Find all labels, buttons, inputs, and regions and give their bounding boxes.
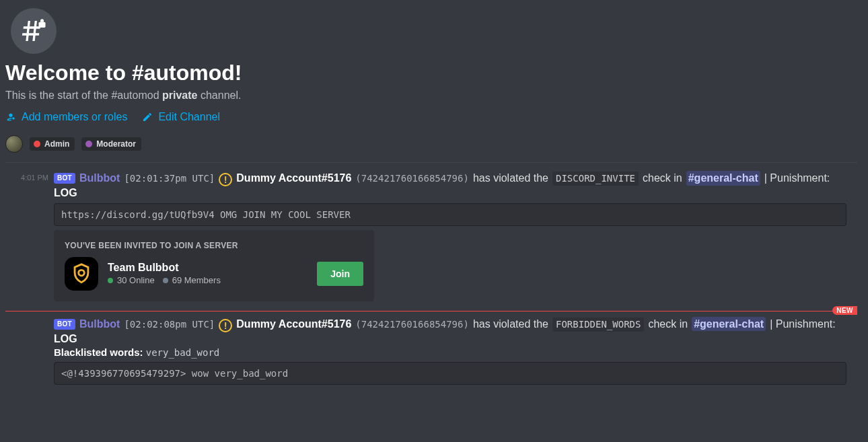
violator-name: Dummy Account#5176 <box>236 171 351 186</box>
bot-tag: BOT <box>54 173 75 184</box>
member-count: 69 Members <box>172 275 221 285</box>
divider <box>5 162 857 163</box>
text-violated: has violated the <box>473 171 548 186</box>
invite-row: Team Bulbbot 30 Online 69 Members Join <box>65 257 363 291</box>
role-label: Admin <box>44 139 69 149</box>
text-punishment: | Punishment: <box>764 171 830 186</box>
roles-row: Admin Moderator <box>5 135 857 153</box>
message-header: BOT Bulbbot [02:01:37pm UTC] ! Dummy Acc… <box>54 171 857 186</box>
edit-channel-button[interactable]: Edit Channel <box>142 111 220 123</box>
edit-channel-label: Edit Channel <box>158 111 220 123</box>
svg-rect-0 <box>39 22 46 28</box>
utc-time: [02:02:08pm UTC] <box>124 318 215 331</box>
message: BOT Bulbbot [02:02:08pm UTC] ! Dummy Acc… <box>5 316 857 393</box>
channel-chat: Welcome to #automod! This is the start o… <box>0 0 868 393</box>
server-status: 30 Online 69 Members <box>108 275 308 285</box>
bot-name[interactable]: Bulbbot <box>79 317 120 332</box>
add-members-button[interactable]: Add members or roles <box>5 111 127 123</box>
new-messages-divider: NEW <box>5 311 857 311</box>
violator-id: (742421760166854796) <box>355 318 469 331</box>
new-pill: NEW <box>832 306 857 315</box>
bot-tag: BOT <box>54 319 75 330</box>
check-name: FORBIDDEN_WORDS <box>552 318 644 332</box>
message-timestamp <box>5 317 54 389</box>
role-chip-moderator[interactable]: Moderator <box>81 137 141 151</box>
message-body: BOT Bulbbot [02:01:37pm UTC] ! Dummy Acc… <box>54 171 857 304</box>
welcome-description: This is the start of the #automod privat… <box>5 89 857 102</box>
role-chip-admin[interactable]: Admin <box>30 137 75 151</box>
warning-icon: ! <box>219 319 232 332</box>
pencil-icon <box>142 112 153 122</box>
role-dot <box>85 141 92 147</box>
utc-time: [02:01:37pm UTC] <box>124 172 215 185</box>
invite-embed: YOU'VE BEEN INVITED TO JOIN A SERVER Tea… <box>54 230 374 301</box>
hash-lock-icon <box>20 17 47 44</box>
blacklist-label: Blacklisted words: <box>54 346 143 358</box>
text-punishment: | Punishment: <box>770 317 836 332</box>
text-violated: has violated the <box>473 317 548 332</box>
log-label: LOG <box>54 333 857 345</box>
join-button[interactable]: Join <box>317 262 363 286</box>
invite-header: YOU'VE BEEN INVITED TO JOIN A SERVER <box>65 241 363 250</box>
role-dot <box>34 141 40 147</box>
svg-point-1 <box>79 270 85 276</box>
invite-info: Team Bulbbot 30 Online 69 Members <box>108 262 308 285</box>
message-header: BOT Bulbbot [02:02:08pm UTC] ! Dummy Acc… <box>54 317 857 332</box>
channel-actions: Add members or roles Edit Channel <box>5 111 857 123</box>
welcome-desc-prefix: This is the start of the #automod <box>5 89 162 101</box>
server-name: Team Bulbbot <box>108 262 308 274</box>
text-check-in: check in <box>643 171 682 186</box>
blacklist-line: Blacklisted words: very_bad_word <box>54 346 857 358</box>
role-label: Moderator <box>96 139 136 149</box>
welcome-desc-suffix: channel. <box>197 89 241 101</box>
server-icon <box>65 257 98 291</box>
channel-mention[interactable]: #general-chat <box>686 171 760 186</box>
add-members-label: Add members or roles <box>22 111 127 123</box>
channel-icon <box>11 8 57 54</box>
violator-id: (742421760166854796) <box>355 172 469 185</box>
message: 4:01 PM BOT Bulbbot [02:01:37pm UTC] ! D… <box>5 170 857 308</box>
online-dot-icon <box>108 278 113 283</box>
blacklist-words: very_bad_word <box>146 347 220 358</box>
message-timestamp: 4:01 PM <box>5 171 54 304</box>
bot-name[interactable]: Bulbbot <box>79 171 120 186</box>
welcome-desc-bold: private <box>162 89 197 101</box>
code-block: https://discord.gg/tUQfb9V4 OMG JOIN MY … <box>54 203 846 226</box>
log-label: LOG <box>54 187 857 199</box>
text-check-in: check in <box>648 317 688 332</box>
check-name: DISCORD_INVITE <box>552 172 639 186</box>
welcome-title: Welcome to #automod! <box>5 61 857 85</box>
online-count: 30 Online <box>117 275 155 285</box>
code-block: <@!439396770695479297> wow very_bad_word <box>54 362 846 385</box>
violator-name: Dummy Account#5176 <box>236 317 351 332</box>
message-body: BOT Bulbbot [02:02:08pm UTC] ! Dummy Acc… <box>54 317 857 389</box>
warning-icon: ! <box>219 173 232 186</box>
channel-mention[interactable]: #general-chat <box>692 317 766 332</box>
avatar[interactable] <box>5 135 23 153</box>
add-members-icon <box>5 112 16 122</box>
member-dot-icon <box>163 278 168 283</box>
